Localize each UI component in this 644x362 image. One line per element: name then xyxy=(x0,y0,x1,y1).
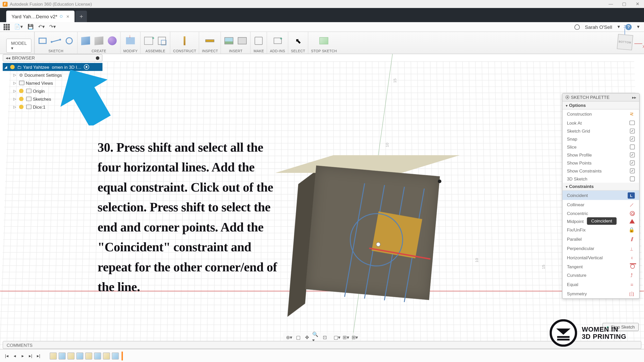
timeline-step[interactable] xyxy=(50,352,57,359)
ribbon-label-addins[interactable]: ADD-INS xyxy=(270,49,285,53)
file-menu-button[interactable]: 📄▾ xyxy=(14,24,23,30)
minimize-button[interactable]: — xyxy=(604,0,617,7)
create-sphere-icon[interactable] xyxy=(107,36,117,46)
sketch-circle-icon[interactable] xyxy=(64,36,74,46)
insert-decal-icon[interactable] xyxy=(224,36,234,46)
checkbox-icon[interactable] xyxy=(630,152,635,157)
make-print-icon[interactable] xyxy=(253,36,264,46)
collapse-icon[interactable]: ◂◂ xyxy=(6,55,10,60)
timeline-step[interactable] xyxy=(67,352,75,359)
select-arrow-icon[interactable]: ⬉ xyxy=(293,36,303,46)
insert-canvas-icon[interactable] xyxy=(237,36,248,46)
sketch-rectangle-icon[interactable] xyxy=(37,36,48,46)
ribbon-label-insert[interactable]: INSERT xyxy=(229,49,242,53)
undo-button[interactable]: ↶▾ xyxy=(38,24,45,30)
constraint-curvature[interactable]: Curvature⤴ xyxy=(562,270,639,280)
tab-close-icon[interactable]: × xyxy=(66,13,69,20)
option-sketch-grid[interactable]: Sketch Grid xyxy=(562,127,639,135)
checkbox-icon[interactable] xyxy=(630,136,635,141)
constraint-symmetry[interactable]: Symmetry[┆] xyxy=(562,289,639,298)
option-show-points[interactable]: Show Points xyxy=(562,159,639,167)
inspect-measure-icon[interactable] xyxy=(205,36,215,46)
ribbon-label-create[interactable]: CREATE xyxy=(92,49,106,53)
notifications-icon[interactable] xyxy=(574,24,580,30)
ribbon-label-inspect[interactable]: INSPECT xyxy=(202,49,218,53)
sketch-corner-point[interactable] xyxy=(438,179,442,183)
constraint-collinear[interactable]: Collinear⟋ xyxy=(562,200,639,209)
checkbox-icon[interactable] xyxy=(630,144,635,149)
orbit-icon[interactable]: ⊕▾ xyxy=(286,334,293,341)
zoom-icon[interactable]: 🔍▾ xyxy=(312,334,319,341)
checkbox-icon[interactable] xyxy=(630,168,635,173)
constraint-fix[interactable]: Fix/UnFix🔒 xyxy=(562,225,639,235)
palette-header[interactable]: ⦿ SKETCH PALETTE ▸▸ xyxy=(562,93,639,101)
ribbon-label-construct[interactable]: CONSTRUCT xyxy=(173,49,196,53)
addins-icon[interactable] xyxy=(272,36,283,46)
viewport-layout-icon[interactable]: ⊞▾ xyxy=(351,334,359,341)
stop-sketch-icon[interactable] xyxy=(319,36,329,46)
visibility-icon[interactable] xyxy=(10,65,15,69)
timeline-step[interactable] xyxy=(94,352,101,359)
checkbox-icon[interactable] xyxy=(630,160,635,165)
timeline-marker[interactable] xyxy=(122,351,123,360)
ribbon-label-assemble[interactable]: ASSEMBLE xyxy=(146,49,165,53)
expand-icon[interactable]: ▸▸ xyxy=(632,95,637,99)
timeline-step[interactable] xyxy=(103,352,110,359)
option-look-at[interactable]: Look At xyxy=(562,119,639,127)
timeline-step[interactable] xyxy=(76,352,83,359)
browser-header[interactable]: ◂◂ BROWSER xyxy=(3,54,102,62)
timeline-step[interactable] xyxy=(112,352,119,359)
user-name[interactable]: Sarah O'Sell xyxy=(585,24,612,30)
constraint-tangent[interactable]: Tangent xyxy=(562,262,639,270)
create-box-icon[interactable] xyxy=(80,36,91,46)
visibility-icon[interactable] xyxy=(19,97,23,101)
workspace-selector[interactable]: MODEL ▾ xyxy=(6,39,32,53)
user-dropdown-icon[interactable]: ▾ xyxy=(617,24,620,30)
options-section-header[interactable]: Options xyxy=(562,101,639,109)
option-slice[interactable]: Slice xyxy=(562,143,639,151)
help-button[interactable]: ? xyxy=(625,24,632,30)
option-show-profile[interactable]: Show Profile xyxy=(562,151,639,159)
construct-plane-icon[interactable] xyxy=(179,36,190,46)
ribbon-label-stop-sketch[interactable]: STOP SKETCH xyxy=(311,49,337,53)
timeline-next-button[interactable]: ▸| xyxy=(28,353,34,359)
data-panel-button[interactable] xyxy=(4,24,10,30)
option-construction[interactable]: Construction⋜ xyxy=(562,109,639,119)
timeline-end-button[interactable]: ▸| xyxy=(36,353,42,359)
option-snap[interactable]: Snap xyxy=(562,135,639,143)
assemble-component-icon[interactable] xyxy=(143,36,154,46)
timeline-play-button[interactable]: ▸ xyxy=(20,353,26,359)
sketch-line-icon[interactable] xyxy=(50,36,61,46)
help-dropdown-icon[interactable]: ▾ xyxy=(637,24,640,30)
comments-bar[interactable]: COMMENTS xyxy=(3,341,641,349)
ribbon-label-make[interactable]: MAKE xyxy=(253,49,264,53)
constraint-equal[interactable]: Equal= xyxy=(562,280,639,289)
checkbox-icon[interactable] xyxy=(630,128,635,133)
visibility-icon[interactable] xyxy=(19,89,23,93)
visibility-icon[interactable] xyxy=(19,105,23,109)
file-tab-active[interactable]: Yard Yah…Demo v2* × xyxy=(6,11,75,22)
view-cube-face[interactable]: BOTTOM xyxy=(617,34,633,50)
constraints-section-header[interactable]: Constraints xyxy=(562,183,639,191)
save-button[interactable]: 💾 xyxy=(28,24,34,30)
assemble-joint-icon[interactable] xyxy=(157,36,167,46)
maximize-button[interactable]: ▢ xyxy=(617,0,631,7)
checkbox-icon[interactable] xyxy=(630,176,635,181)
pin-icon[interactable] xyxy=(96,56,99,60)
timeline-step[interactable] xyxy=(58,352,66,359)
view-cube[interactable]: Z BOTTOM X xyxy=(617,35,636,53)
pan-icon[interactable]: ✥ xyxy=(303,334,311,341)
ribbon-label-modify[interactable]: MODIFY xyxy=(123,49,138,53)
pin-icon[interactable]: ⦿ xyxy=(565,95,570,100)
close-button[interactable]: ✕ xyxy=(631,0,644,7)
display-settings-icon[interactable]: ▢▾ xyxy=(334,334,341,341)
fit-icon[interactable]: ⊡ xyxy=(321,334,328,341)
ribbon-label-sketch[interactable]: SKETCH xyxy=(48,49,63,53)
constraint-concentric[interactable]: Concentric xyxy=(562,209,639,217)
timeline-start-button[interactable]: |◂ xyxy=(4,353,10,359)
grid-settings-icon[interactable]: ⊞▾ xyxy=(342,334,350,341)
constraint-parallel[interactable]: Parallel// xyxy=(562,235,639,244)
constraint-horizontal-vertical[interactable]: Horizontal/Vertical⫞ xyxy=(562,253,639,262)
constraint-perpendicular[interactable]: Perpendicular⟂ xyxy=(562,244,639,253)
modify-press-icon[interactable] xyxy=(125,36,136,46)
